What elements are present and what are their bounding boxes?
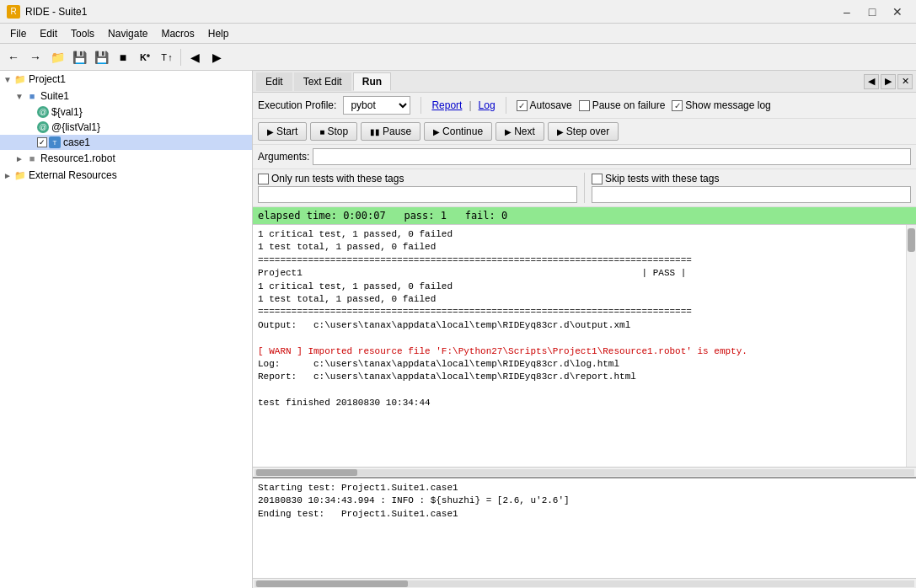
continue-icon: ▶	[433, 127, 440, 136]
tree-item-external-resources[interactable]: ► 📁 External Resources	[0, 167, 252, 184]
pause-button[interactable]: ▮▮ Pause	[361, 122, 421, 141]
tree-arrow-resource1[interactable]: ►	[15, 154, 25, 163]
log-label[interactable]: Log	[479, 99, 495, 111]
robot-icon: ■	[25, 152, 39, 165]
exec-sep1	[421, 97, 421, 114]
menu-macros[interactable]: Macros	[154, 26, 201, 41]
skip-tags-section: Skip tests with these tags	[592, 173, 911, 203]
menu-help[interactable]: Help	[201, 26, 236, 41]
autosave-text: Autosave	[530, 99, 572, 111]
skip-tags-input[interactable]	[592, 186, 911, 203]
exec-profile-row: Execution Profile: pybot jybot Report | …	[253, 93, 916, 119]
pause-icon: ▮▮	[370, 127, 380, 136]
toolbar-new[interactable]: ■	[113, 47, 133, 67]
tab-controls: ◀ ▶ ✕	[864, 74, 913, 89]
step-over-label: Step over	[566, 126, 609, 137]
tree-item-case1[interactable]: ✓ T case1	[0, 135, 252, 150]
step-over-button[interactable]: ▶ Step over	[548, 122, 619, 141]
tab-edit[interactable]: Edit	[256, 72, 292, 91]
menu-tools[interactable]: Tools	[64, 26, 101, 41]
tree-item-project1[interactable]: ▼ 📁 Project1	[0, 71, 252, 88]
menu-edit[interactable]: Edit	[33, 26, 64, 41]
skip-label: Skip tests with these tags	[605, 173, 719, 184]
start-button[interactable]: ▶ Start	[258, 122, 307, 141]
output-line-7: Output: c:\users\tanax\appdata\local\tem…	[258, 319, 901, 332]
tab-close-btn[interactable]: ✕	[897, 74, 913, 89]
tags-row: Only run tests with these tags Skip test…	[253, 169, 916, 207]
tab-next-btn[interactable]: ▶	[881, 74, 896, 89]
main-output[interactable]: 1 critical test, 1 passed, 0 failed 1 te…	[253, 225, 906, 467]
lower-line-2: Ending test: Project1.Suite1.case1	[258, 508, 911, 521]
toolbar-forward[interactable]: →	[25, 47, 46, 67]
menu-navigate[interactable]: Navigate	[101, 26, 154, 41]
toolbar-open[interactable]: 📁	[47, 47, 67, 67]
lower-output[interactable]: Starting test: Project1.Suite1.case1 201…	[253, 477, 916, 578]
autosave-label[interactable]: Autosave	[517, 99, 572, 111]
only-run-checkbox[interactable]	[258, 174, 269, 184]
vscroll-thumb[interactable]	[908, 228, 915, 252]
tree-item-suite1[interactable]: ▼ ■ Suite1	[0, 88, 252, 104]
tab-text-edit[interactable]: Text Edit	[294, 72, 351, 91]
output-vscrollbar[interactable]	[906, 225, 916, 467]
listvar-icon: @	[37, 121, 49, 133]
tab-prev-btn[interactable]: ◀	[864, 74, 879, 89]
only-run-tags-input[interactable]	[258, 186, 577, 203]
minimize-button[interactable]: –	[835, 3, 859, 20]
output-container: 1 critical test, 1 passed, 0 failed 1 te…	[253, 225, 916, 467]
stop-button[interactable]: ■ Stop	[310, 122, 357, 141]
output-line-10: Log: c:\users\tanax\appdata\local\temp\R…	[258, 358, 901, 371]
report-label[interactable]: Report	[431, 99, 462, 111]
arguments-input[interactable]	[313, 148, 911, 165]
toolbar-save-all[interactable]: 💾	[91, 47, 111, 67]
toolbar-prev[interactable]: ◀	[185, 47, 205, 67]
toolbar-save[interactable]: 💾	[69, 47, 89, 67]
maximize-button[interactable]: □	[860, 3, 884, 20]
output-wrapper: 1 critical test, 1 passed, 0 failed 1 te…	[253, 225, 916, 477]
tree-item-listval1[interactable]: @ @{listVal1}	[0, 120, 252, 135]
toolbar-t[interactable]: T ↑	[157, 47, 177, 67]
hscroll-thumb[interactable]	[256, 469, 357, 476]
status-sep2	[447, 210, 465, 222]
next-icon: ▶	[505, 127, 512, 136]
tree-label-project1: Project1	[29, 73, 66, 85]
next-label: Next	[514, 126, 535, 137]
run-panel: Execution Profile: pybot jybot Report | …	[253, 93, 916, 588]
exec-profile-select[interactable]: pybot jybot	[343, 96, 410, 115]
tree-label-case1: case1	[63, 136, 90, 148]
show-message-log-checkbox[interactable]	[672, 100, 683, 111]
continue-label: Continue	[442, 126, 483, 137]
next-button[interactable]: ▶ Next	[495, 122, 544, 141]
lower-hscroll-thumb[interactable]	[256, 580, 408, 587]
arguments-row: Arguments:	[253, 145, 916, 169]
tree-item-val1[interactable]: @ ${val1}	[0, 104, 252, 120]
tree-arrow-suite1[interactable]: ▼	[15, 92, 25, 101]
show-message-log-label[interactable]: Show message log	[672, 99, 770, 111]
toolbar-back[interactable]: ←	[3, 47, 24, 67]
toolbar: ← → 📁 💾 💾 ■ K* T ↑ ◀ ▶	[0, 44, 916, 71]
output-line-13: test finished 20180830 10:34:44	[258, 397, 901, 409]
case1-checkbox[interactable]: ✓	[37, 137, 47, 147]
pause-on-failure-label[interactable]: Pause on failure	[579, 99, 666, 111]
tree-arrow-ext[interactable]: ►	[3, 171, 13, 180]
start-label: Start	[276, 126, 297, 137]
close-button[interactable]: ✕	[886, 3, 909, 20]
tree-arrow[interactable]: ▼	[3, 75, 13, 84]
tree-item-resource1[interactable]: ► ■ Resource1.robot	[0, 150, 252, 167]
autosave-checkbox[interactable]	[517, 100, 528, 111]
skip-checkbox[interactable]	[592, 174, 603, 184]
only-run-tags-section: Only run tests with these tags	[258, 173, 577, 203]
pass-count: pass: 1	[404, 210, 447, 222]
toolbar-k[interactable]: K*	[135, 47, 155, 67]
output-line-3: Project1 | PASS |	[258, 267, 901, 280]
toolbar-next-toolbar[interactable]: ▶	[206, 47, 227, 67]
tab-bar: Edit Text Edit Run ◀ ▶ ✕	[253, 71, 916, 93]
pause-on-failure-checkbox[interactable]	[579, 100, 590, 111]
status-bar: elapsed time: 0:00:07 pass: 1 fail: 0	[253, 207, 916, 225]
lower-hscrollbar[interactable]	[253, 578, 916, 588]
tab-run[interactable]: Run	[353, 72, 391, 91]
output-line-0: 1 critical test, 1 passed, 0 failed	[258, 228, 901, 241]
output-hscrollbar[interactable]	[253, 467, 916, 477]
window-controls: – □ ✕	[835, 3, 909, 20]
continue-button[interactable]: ▶ Continue	[424, 122, 492, 141]
menu-file[interactable]: File	[3, 26, 33, 41]
